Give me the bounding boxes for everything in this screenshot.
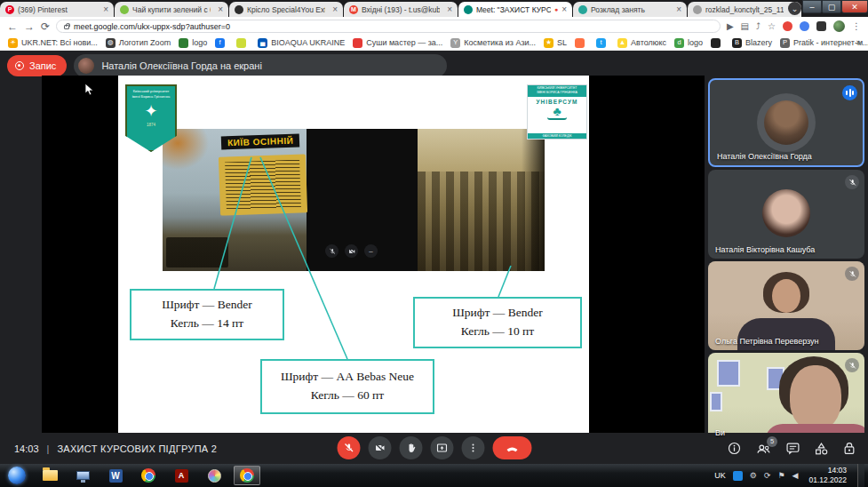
- taskbar-computer[interactable]: [69, 466, 96, 485]
- tab-close-icon[interactable]: ×: [447, 5, 452, 14]
- extension-icon[interactable]: [783, 21, 792, 31]
- bookmark-item[interactable]: ▄ BIOAQUA UKRAINE: [258, 38, 345, 48]
- close-button[interactable]: ✕: [841, 0, 868, 13]
- share-icon[interactable]: ⤴: [756, 22, 760, 31]
- start-button[interactable]: [4, 466, 30, 485]
- tab-close-icon[interactable]: ×: [561, 5, 567, 14]
- bookmark-item[interactable]: Y Косметика из Ази...: [450, 38, 536, 48]
- browser-tab[interactable]: P (369) Pinterest ×: [0, 2, 114, 17]
- avatar: [764, 100, 808, 145]
- tray-volume-icon[interactable]: ◀: [792, 472, 799, 480]
- language-indicator[interactable]: UK: [714, 471, 726, 480]
- screenshare-stage: Київський університет імені Бориса Грінч…: [42, 76, 705, 433]
- bookmark-item[interactable]: ◍ Логотип Zoom: [106, 38, 171, 48]
- bookmark-label: SL: [557, 38, 567, 47]
- bookmark-item[interactable]: Суши мастер — за...: [353, 38, 442, 48]
- bookmark-item[interactable]: d logo: [674, 38, 703, 48]
- bookmark-item[interactable]: [711, 38, 724, 48]
- presenter-banner[interactable]: Наталія Олексіївна Горда на екрані: [74, 54, 447, 77]
- presenter-banner-text: Наталія Олексіївна Горда на екрані: [101, 60, 261, 71]
- tab-close-icon[interactable]: ×: [103, 5, 108, 14]
- taskbar-chrome-active[interactable]: [234, 466, 260, 485]
- save-page-icon[interactable]: ▤: [741, 22, 749, 31]
- participant-tile[interactable]: Ольга Петрівна Переверзун: [708, 261, 864, 350]
- minimize-button[interactable]: –: [802, 0, 822, 13]
- participant-tile[interactable]: Наталія Олексіївна Горда: [708, 78, 864, 167]
- bookmark-label: Автолюкс: [631, 38, 666, 47]
- magazine-spread: КИЇВ ОСІННІЙ –: [163, 129, 545, 271]
- browser-tab[interactable]: rozklad_konctylt_25_11.pdf ×: [688, 2, 801, 17]
- bookmark-item[interactable]: B Blazery: [732, 38, 772, 48]
- browser-tab[interactable]: M Вхідні (193) - t.us@kubg.edu.ua ×: [344, 2, 458, 17]
- address-bar[interactable]: meet.google.com/ukx-uppx-sdp?authuser=0: [56, 20, 721, 33]
- participants-panel-icon[interactable]: 5: [756, 443, 771, 455]
- bookmark-item[interactable]: f: [215, 38, 228, 48]
- show-desktop-button[interactable]: [857, 464, 864, 487]
- recording-label: Запис: [29, 60, 56, 71]
- extension-icon[interactable]: [800, 21, 809, 31]
- tab-close-icon[interactable]: ×: [218, 5, 223, 14]
- taskbar-clock[interactable]: 14:03 01.12.2022: [808, 466, 847, 485]
- tab-close-icon[interactable]: ×: [676, 5, 681, 14]
- windows-orb-icon: [8, 467, 26, 484]
- chrome-icon: [141, 468, 155, 483]
- bookmark-item[interactable]: ▲ Автолюкс: [617, 38, 666, 48]
- maximize-button[interactable]: ▢: [822, 0, 841, 13]
- activities-icon[interactable]: [815, 443, 828, 455]
- tray-messenger-icon[interactable]: [733, 471, 743, 481]
- browser-tab[interactable]: Meet: "ЗАХИСТ КУРСОВИ ● ×: [458, 2, 572, 17]
- mic-toggle-button[interactable]: [337, 436, 360, 459]
- tab-close-icon[interactable]: ×: [332, 5, 338, 14]
- present-screen-button[interactable]: [430, 436, 453, 459]
- profile-avatar[interactable]: [833, 20, 845, 32]
- browser-menu-icon[interactable]: ⋮: [852, 22, 861, 31]
- browser-tab[interactable]: Чай купити зелений с бергам... ×: [115, 2, 228, 17]
- mic-off-icon: [845, 175, 859, 189]
- taskbar-word[interactable]: W: [102, 466, 129, 485]
- tab-title: Чай купити зелений с бергам...: [132, 5, 211, 14]
- tray-tools-icon[interactable]: ⚙: [750, 472, 757, 480]
- participant-tile-self[interactable]: Ви: [708, 353, 864, 442]
- camera-toggle-button[interactable]: [368, 436, 391, 459]
- bookmark-favicon: ◍: [106, 38, 115, 48]
- end-call-button[interactable]: [492, 436, 531, 459]
- browser-tab-strip: P (369) Pinterest × Чай купити зелений с…: [0, 0, 868, 17]
- bookmark-item[interactable]: P Pratik - интернет-м...: [780, 38, 868, 48]
- acrobat-icon: A: [175, 469, 188, 483]
- bookmark-item[interactable]: ★ SL: [544, 38, 567, 48]
- bookmarks-overflow-icon[interactable]: »: [856, 37, 861, 47]
- meet-top-bar: Запис Наталія Олексіївна Горда на екрані: [7, 54, 447, 77]
- back-icon[interactable]: ←: [7, 21, 18, 32]
- browser-tab[interactable]: Розклад занять ×: [573, 2, 687, 17]
- meet-bottom-bar: 14:03 | ЗАХИСТ КУРСОВИХ ПІДГРУПА 2: [0, 433, 868, 464]
- bookmark-favicon: f: [215, 38, 225, 48]
- extensions-puzzle-icon[interactable]: [816, 21, 826, 31]
- bookmark-item[interactable]: t: [596, 38, 609, 48]
- bookmark-item[interactable]: [236, 38, 250, 48]
- bookmark-item[interactable]: logo: [179, 38, 207, 48]
- browser-tab[interactable]: Крісло Special4You ExtremeRac... ×: [229, 2, 343, 17]
- magazine-title: КИЇВ ОСІННІЙ: [221, 133, 300, 149]
- self-video: [708, 353, 864, 442]
- taskbar-explorer[interactable]: [36, 466, 63, 485]
- reload-icon[interactable]: ⟳: [41, 21, 50, 32]
- taskbar-chrome[interactable]: [135, 466, 162, 485]
- tab-search-icon[interactable]: ⌄: [788, 2, 801, 15]
- raise-hand-button[interactable]: [399, 436, 422, 459]
- word-icon: W: [109, 469, 123, 483]
- more-options-button[interactable]: [461, 436, 484, 459]
- tray-sync-icon[interactable]: ⟳: [764, 472, 771, 480]
- taskbar-acrobat[interactable]: A: [168, 466, 195, 485]
- chat-panel-icon[interactable]: [786, 443, 800, 455]
- bookmark-star-icon[interactable]: ☆: [768, 22, 776, 31]
- pip-controls: –: [325, 244, 378, 258]
- taskbar-paint[interactable]: [201, 466, 227, 485]
- meeting-details-icon[interactable]: [728, 442, 741, 455]
- forward-icon[interactable]: →: [24, 21, 35, 32]
- cast-icon[interactable]: ▶: [727, 22, 734, 31]
- tray-action-center-icon[interactable]: ⚑: [777, 472, 784, 480]
- bookmark-item[interactable]: ☀ UKR.NET: Всі нови...: [8, 38, 98, 48]
- bookmark-item[interactable]: [575, 38, 588, 48]
- participant-tile[interactable]: Наталія Вікторівна Кашуба: [708, 170, 864, 259]
- host-controls-icon[interactable]: [843, 442, 856, 455]
